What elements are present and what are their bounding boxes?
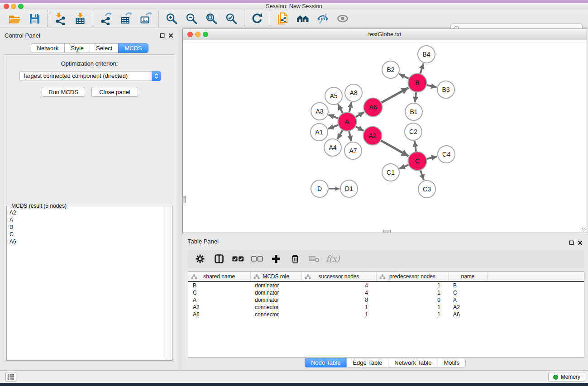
node-C3[interactable]: C3 — [418, 181, 435, 198]
tab-node-table[interactable]: Node Table — [305, 358, 347, 367]
delete-row-button[interactable] — [289, 253, 301, 265]
select-checkboxes-button[interactable] — [232, 253, 244, 265]
show-all-button[interactable] — [335, 11, 351, 26]
column-header-predecessor-nodes[interactable]: predecessor nodes — [376, 272, 449, 281]
import-table-button[interactable] — [72, 11, 88, 26]
node-A[interactable]: A — [338, 113, 357, 131]
column-header-successor-nodes[interactable]: successor nodes — [301, 272, 376, 281]
node-A3[interactable]: A3 — [311, 103, 328, 120]
table-cell[interactable]: 1 — [376, 304, 449, 311]
edge-A-A7[interactable] — [349, 131, 351, 141]
bottom-splitter-handle[interactable] — [383, 230, 391, 233]
table-cell[interactable]: 4 — [301, 281, 376, 289]
node-A4[interactable]: A4 — [324, 139, 341, 156]
table-cell[interactable]: A2 — [449, 304, 487, 311]
network-graph[interactable]: B4B2BB3A5A8A6B1A3AC2A1A2A4A7C4CC1C3DD1 — [183, 40, 587, 233]
edge-C-C1[interactable] — [399, 165, 408, 168]
tab-style[interactable]: Style — [64, 43, 90, 53]
delete-table-button[interactable] — [308, 253, 320, 265]
node-A6[interactable]: A6 — [364, 98, 382, 117]
zoom-fit-button[interactable] — [203, 11, 220, 26]
show-panels-button[interactable] — [5, 372, 16, 382]
network-window-titlebar[interactable]: testGlobe.txt — [183, 29, 587, 40]
mcds-result-item[interactable]: B — [10, 224, 163, 231]
table-cell[interactable]: 1 — [376, 311, 449, 318]
edge-C-C3[interactable] — [421, 170, 424, 180]
table-cell[interactable]: 1 — [301, 304, 376, 311]
node-C1[interactable]: C1 — [382, 164, 399, 181]
left-splitter-handle[interactable] — [182, 196, 186, 203]
edge-A-A5[interactable] — [338, 105, 343, 113]
table-cell[interactable]: 1 — [301, 311, 376, 318]
node-B3[interactable]: B3 — [437, 81, 454, 98]
table-cell[interactable]: dominator — [250, 281, 301, 289]
mcds-result-item[interactable]: A — [10, 216, 163, 224]
result-scrollbar[interactable] — [166, 206, 172, 360]
export-image-button[interactable] — [138, 11, 154, 26]
show-columns-button[interactable] — [213, 253, 225, 265]
edge-B-B3[interactable] — [427, 85, 437, 87]
column-header-mcds-role[interactable]: MCDS role — [250, 272, 301, 281]
export-table-button[interactable] — [118, 11, 134, 26]
edge-A-A1[interactable] — [328, 125, 338, 129]
tab-motifs[interactable]: Motifs — [437, 358, 466, 367]
node-B1[interactable]: B1 — [405, 103, 422, 120]
edge-A-A2[interactable] — [356, 126, 364, 131]
mcds-result-item[interactable]: C — [10, 231, 163, 238]
edge-A-A3[interactable] — [329, 114, 338, 118]
edge-A-A4[interactable] — [337, 130, 342, 139]
table-cell[interactable]: B — [188, 281, 250, 289]
copy-network-button[interactable] — [275, 11, 291, 26]
save-session-button[interactable] — [26, 11, 43, 26]
column-header-name[interactable]: name — [449, 272, 487, 281]
table-row[interactable]: Cdominator41C — [188, 289, 584, 296]
edge-A-A6[interactable] — [356, 112, 364, 117]
table-row[interactable]: Bdominator41B — [188, 281, 584, 289]
criterion-dropdown[interactable]: largest connected component (directed) — [19, 71, 161, 81]
network-canvas[interactable]: B4B2BB3A5A8A6B1A3AC2A1A2A4A7C4CC1C3DD1 — [183, 40, 587, 233]
resize-grip[interactable] — [582, 228, 586, 232]
export-network-button[interactable] — [98, 11, 114, 26]
close-panel-button[interactable] — [168, 33, 173, 38]
open-file-button[interactable] — [6, 11, 23, 26]
node-A5[interactable]: A5 — [325, 87, 342, 105]
table-cell[interactable]: B — [449, 281, 487, 289]
table-cell[interactable]: C — [449, 289, 487, 296]
node-B4[interactable]: B4 — [418, 46, 435, 63]
node-C2[interactable]: C2 — [405, 123, 422, 140]
table-cell[interactable]: A2 — [188, 304, 250, 311]
tab-edge-table[interactable]: Edge Table — [346, 358, 388, 367]
memory-button[interactable]: Memory — [548, 372, 585, 382]
tab-network[interactable]: Network — [30, 43, 64, 53]
function-builder-button[interactable]: f(x) — [327, 253, 339, 265]
table-cell[interactable]: connector — [250, 304, 301, 311]
deselect-checkboxes-button[interactable] — [251, 253, 263, 265]
table-row[interactable]: A6connector11A6 — [188, 311, 584, 318]
float-table-panel-button[interactable] — [569, 240, 574, 245]
zoom-selected-button[interactable] — [223, 11, 239, 26]
table-cell[interactable]: 1 — [376, 289, 449, 296]
close-panel-button-2[interactable]: Close panel — [91, 87, 138, 97]
mcds-result-item[interactable]: A2 — [10, 209, 163, 216]
edge-A6-B[interactable] — [382, 88, 409, 103]
edge-C-C4[interactable] — [427, 157, 437, 159]
node-C4[interactable]: C4 — [438, 146, 455, 163]
table-cell[interactable]: connector — [250, 311, 301, 318]
node-D[interactable]: D — [311, 180, 328, 197]
hide-selected-button[interactable] — [315, 11, 331, 26]
edge-B-B4[interactable] — [421, 63, 424, 74]
tab-network-table[interactable]: Network Table — [388, 358, 437, 367]
table-cell[interactable]: dominator — [250, 289, 301, 296]
node-D1[interactable]: D1 — [340, 180, 358, 197]
edge-C-C2[interactable] — [415, 141, 416, 152]
settings-gear-button[interactable] — [194, 253, 206, 265]
edge-B-B1[interactable] — [415, 92, 416, 102]
edge-A2-C[interactable] — [381, 141, 409, 156]
table-cell[interactable]: A6 — [449, 311, 487, 318]
add-row-button[interactable] — [270, 253, 282, 265]
node-B2[interactable]: B2 — [382, 61, 399, 78]
table-row[interactable]: Adominator80A — [188, 296, 584, 304]
table-cell[interactable]: 0 — [376, 296, 449, 304]
table-row[interactable]: A2connector11A2 — [188, 304, 584, 311]
zoom-in-button[interactable] — [163, 11, 180, 26]
